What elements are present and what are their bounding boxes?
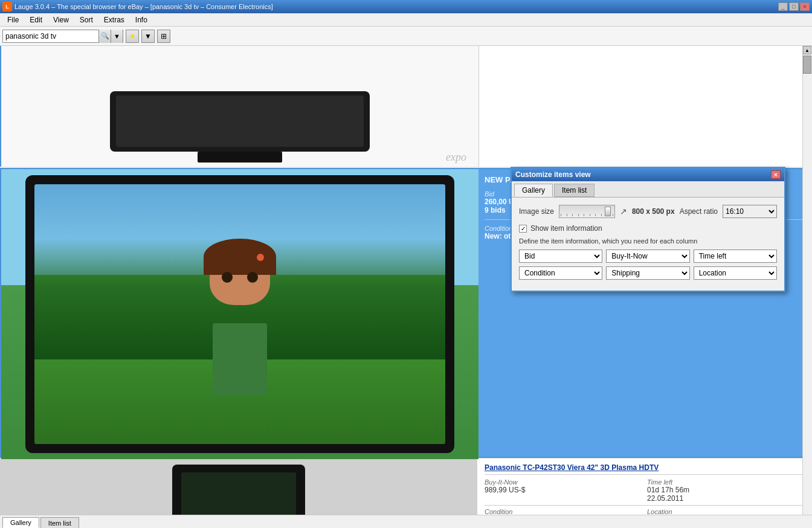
time-left-value-2: 01d 17h 56m: [647, 486, 805, 494]
title-bar-left: L Lauge 3.0.4 – The special browser for …: [2, 2, 273, 11]
dropdown-col3-row2[interactable]: Location Bid Buy-It-Now Time left Condit…: [694, 266, 777, 280]
menu-file[interactable]: File: [2, 14, 24, 25]
grid-icon: ⊞: [161, 32, 167, 40]
close-button[interactable]: ×: [800, 2, 810, 11]
title-bar: L Lauge 3.0.4 – The special browser for …: [0, 0, 812, 13]
dropdown-col1-row2[interactable]: Condition Bid Buy-It-Now Time left Shipp…: [519, 266, 602, 280]
dialog-tabs: Gallery Item list: [512, 181, 784, 198]
view-button[interactable]: ⊞: [157, 30, 170, 43]
dialog-close-button[interactable]: ×: [771, 170, 781, 179]
menu-bar: File Edit View Sort Extras Info: [0, 13, 812, 27]
buy-now-label: Buy-It-Now: [485, 478, 642, 486]
tv-image: [98, 88, 382, 167]
menu-info[interactable]: Info: [130, 14, 152, 25]
scroll-up-button[interactable]: ▲: [803, 46, 811, 54]
expo-watermark: expo: [446, 151, 466, 164]
svg-rect-1: [116, 95, 364, 147]
time-left-label-2: Time left: [647, 478, 805, 486]
menu-view[interactable]: View: [48, 14, 74, 25]
dropdown-col1-row1[interactable]: Bid Buy-It-Now Time left Condition Shipp…: [519, 250, 602, 263]
chevron-down-icon: ▼: [114, 33, 120, 40]
item-bottom-grid-2: Condition New Location 60540 Naperville …: [485, 508, 805, 515]
close-icon: ×: [774, 172, 778, 178]
chevron-down-icon: ▼: [144, 32, 152, 40]
customize-dialog: Customize items view × Gallery Item list…: [511, 167, 785, 292]
minimize-button[interactable]: _: [778, 2, 788, 11]
tab-item-list[interactable]: Item list: [554, 184, 594, 197]
show-info-checkbox[interactable]: [519, 225, 527, 233]
aspect-ratio-label: Aspect ratio: [680, 207, 718, 216]
menu-sort[interactable]: Sort: [75, 14, 98, 25]
scroll-thumb[interactable]: [803, 56, 811, 74]
menu-extras[interactable]: Extras: [99, 14, 129, 25]
tab-item-list-bottom[interactable]: Item list: [40, 517, 79, 528]
scrollbar[interactable]: ▲: [802, 46, 812, 515]
dropdowns-row-1: Bid Buy-It-Now Time left Condition Shipp…: [519, 250, 777, 263]
dropdown-col3-row1[interactable]: Time left Bid Buy-It-Now Condition Shipp…: [694, 250, 777, 263]
date-value-2: 22.05.2011: [647, 494, 805, 503]
item-bottom-image-area: [0, 459, 477, 515]
favorites-button[interactable]: ★: [126, 30, 139, 43]
item-main-image-area: [1, 169, 478, 459]
menu-edit[interactable]: Edit: [25, 14, 47, 25]
item-bottom-title[interactable]: Panasonic TC-P42ST30 Viera 42" 3D Plasma…: [485, 463, 805, 475]
dropdowns-row-2: Condition Bid Buy-It-Now Time left Shipp…: [519, 266, 777, 280]
gallery-item: expo: [0, 46, 812, 167]
location-label-2: Location: [647, 508, 805, 515]
maximize-button[interactable]: □: [789, 2, 799, 11]
search-box[interactable]: 🔍 ▼: [2, 30, 123, 43]
app-icon: L: [2, 2, 12, 11]
title-bar-text: Lauge 3.0.4 – The special browser for eB…: [14, 3, 273, 10]
cursor-icon: ↗: [620, 207, 627, 216]
search-icon: 🔍: [101, 32, 109, 40]
title-bar-buttons[interactable]: _ □ ×: [778, 2, 810, 11]
condition-label-2: Condition: [485, 508, 642, 515]
customize-dialog-overlay: Customize items view × Gallery Item list…: [511, 167, 785, 292]
gallery-item-bottom: Panasonic TC-P42ST30 Viera 42" 3D Plasma…: [0, 458, 812, 515]
dialog-titlebar: Customize items view ×: [512, 168, 784, 181]
tab-gallery[interactable]: Gallery: [514, 184, 553, 197]
dropdown-col2-row1[interactable]: Buy-It-Now Bid Time left Condition Shipp…: [606, 250, 689, 263]
svg-rect-2: [198, 152, 282, 163]
search-dropdown-button[interactable]: ▼: [111, 30, 123, 43]
slider-thumb[interactable]: [605, 207, 611, 216]
item-image-area: expo: [1, 46, 478, 167]
tab-gallery-bottom[interactable]: Gallery: [2, 517, 39, 528]
aspect-ratio-select[interactable]: 16:10 4:3 16:9 Free: [723, 205, 777, 218]
bottom-tabs: Gallery Item list: [0, 515, 812, 528]
item-bottom-grid: Buy-It-Now 989,99 US-$ Time left 01d 17h…: [485, 478, 805, 503]
star-icon: ★: [129, 32, 136, 40]
favorites-dropdown-button[interactable]: ▼: [141, 30, 155, 43]
main-area: expo: [0, 46, 812, 515]
slider-track-area[interactable]: [559, 205, 615, 218]
image-size-value: 800 x 500 px: [632, 207, 675, 216]
define-info-desc: Define the item information, which you n…: [519, 237, 777, 245]
dropdown-col2-row2[interactable]: Shipping Bid Buy-It-Now Time left Condit…: [606, 266, 689, 280]
dialog-body: Image size: [512, 198, 784, 291]
image-size-row: Image size: [519, 205, 777, 218]
show-info-label: Show item information: [530, 224, 602, 233]
image-size-label: Image size: [519, 207, 554, 216]
image-size-slider-container[interactable]: [559, 205, 615, 218]
show-info-row: Show item information: [519, 224, 777, 233]
buy-now-value: 989,99 US-$: [485, 486, 642, 494]
search-input[interactable]: [3, 30, 98, 42]
search-button[interactable]: 🔍: [98, 30, 111, 43]
item-bottom-info: Panasonic TC-P42ST30 Viera 42" 3D Plasma…: [477, 459, 812, 515]
toolbar: 🔍 ▼ ★ ▼ ⊞: [0, 27, 812, 46]
dialog-title: Customize items view: [515, 170, 591, 179]
